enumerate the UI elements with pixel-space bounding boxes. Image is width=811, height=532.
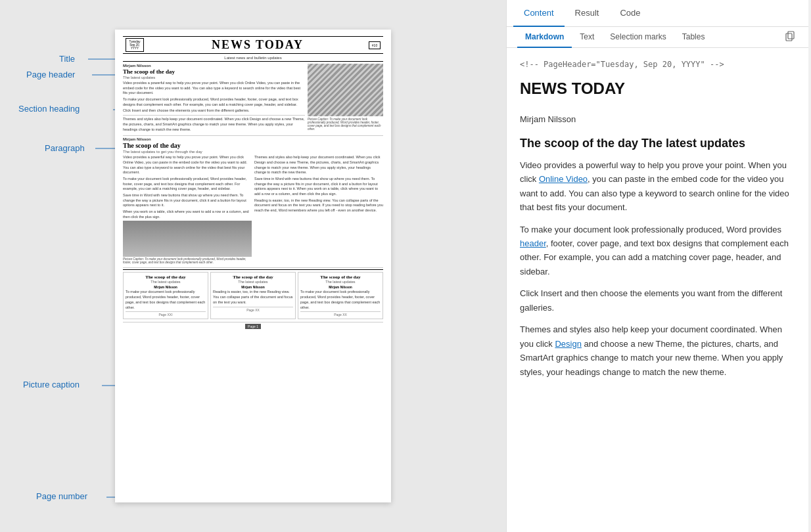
- svg-text:Title: Title: [59, 54, 75, 64]
- svg-text:Page number: Page number: [36, 491, 88, 501]
- doc-s2-col1: Video provides a powerful way to help yo…: [123, 155, 252, 265]
- right-panel: Content Result Code Markdown Text Select…: [506, 0, 808, 532]
- doc-bottom-col-3: The scoop of the day The latest updates …: [298, 272, 383, 319]
- doc-author: Mirjam Nilsson: [123, 64, 305, 68]
- tab-result[interactable]: Result: [565, 0, 610, 27]
- doc-paragraph-1: Video provides a powerful way to help yo…: [123, 81, 305, 96]
- date-box: Tuesday Sep 20, YYYY: [126, 38, 144, 52]
- doc-picture-caption-2: Picture Caption: To make your document l…: [123, 257, 252, 264]
- sub-tab-text[interactable]: Text: [572, 27, 602, 48]
- comment-1: <!-- PageHeader="Tuesday, Sep 20, YYYY" …: [520, 58, 795, 71]
- doc-bottom-col-1: The scoop of the day The latest updates …: [123, 272, 208, 319]
- main-tabs-bar: Content Result Code: [507, 0, 808, 27]
- doc-section-subheading: The latest updates: [123, 76, 305, 79]
- tab-code[interactable]: Code: [609, 0, 651, 27]
- tab-content[interactable]: Content: [513, 0, 565, 27]
- doc-page-indicator: Page 1: [123, 322, 383, 328]
- svg-text:Picture caption: Picture caption: [23, 380, 80, 389]
- newspaper-subheader: Latest news and bulletin updates: [123, 55, 383, 62]
- doc-right-col: Picture Caption: To make your document l…: [308, 64, 383, 133]
- doc-paragraph-3: Click Insert and then choose the element…: [123, 108, 305, 114]
- doc-picture-caption-1: Picture Caption: To make your document l…: [308, 118, 383, 131]
- content-area[interactable]: <!-- PageHeader="Tuesday, Sep 20, YYYY" …: [507, 48, 808, 532]
- doc-left-col: Mirjam Nilsson The scoop of the day The …: [123, 64, 305, 133]
- doc-cars-image: [123, 221, 252, 257]
- svg-text:Page header: Page header: [26, 70, 76, 79]
- doc-section2-heading: The scoop of the day: [123, 142, 383, 149]
- svg-text:Paragraph: Paragraph: [45, 143, 85, 153]
- page-number-2: Page XX: [213, 307, 293, 312]
- sub-tab-selection-marks[interactable]: Selection marks: [602, 27, 674, 48]
- content-h1: NEWS TODAY: [520, 76, 795, 101]
- doc-section2-cols: Video provides a powerful way to help yo…: [123, 155, 383, 265]
- doc-paragraph-4: Themes and styles also help keep your do…: [123, 117, 305, 132]
- svg-text:Section heading: Section heading: [18, 104, 80, 114]
- doc-bottom-section: The scoop of the day The latest updates …: [123, 269, 383, 319]
- doc-bottom-col-2: The scoop of the day The latest updates …: [210, 272, 296, 319]
- content-p4: Themes and styles also help keep your do…: [520, 322, 795, 379]
- svg-rect-21: [786, 33, 792, 41]
- content-p3: Click Insert and then choose the element…: [520, 286, 795, 315]
- doc-section2-subheading: The latest updates to get you through th…: [123, 150, 383, 154]
- content-p2: To make your document look professionall…: [520, 223, 795, 279]
- content-author: Mirjam Nilsson: [520, 112, 795, 126]
- link-online-video[interactable]: Online Video: [539, 174, 588, 184]
- newspaper-header: Tuesday Sep 20, YYYY NEWS TODAY #10: [123, 36, 383, 54]
- content-h2: The scoop of the day The latest updates: [520, 134, 795, 153]
- left-panel: Title Page header Section heading Paragr…: [0, 0, 506, 532]
- doc-s2-col2: Themes and styles also help keep your do…: [254, 155, 383, 265]
- link-design[interactable]: Design: [555, 339, 581, 349]
- doc-section-heading: The scoop of the day: [123, 68, 305, 75]
- page-number-1: Page XXI: [126, 311, 206, 317]
- doc-zebra-image: [308, 64, 383, 116]
- document-preview: Tuesday Sep 20, YYYY NEWS TODAY #10 Late…: [115, 30, 391, 502]
- newspaper-title: NEWS TODAY: [147, 38, 369, 52]
- svg-rect-20: [788, 32, 794, 39]
- sub-tab-markdown[interactable]: Markdown: [517, 27, 572, 48]
- sub-tabs-bar: Markdown Text Selection marks Tables: [507, 27, 808, 48]
- issue-box: #10: [369, 41, 381, 49]
- doc-paragraph-2: To make your document look professionall…: [123, 97, 305, 107]
- page-number-3: Page XX: [300, 311, 381, 317]
- sub-tab-tables[interactable]: Tables: [674, 27, 713, 48]
- doc-section2: Mirjam Nilsson The scoop of the day The …: [123, 137, 383, 265]
- content-p1: Video provides a powerful way to help yo…: [520, 158, 795, 215]
- link-header[interactable]: header: [520, 238, 546, 248]
- copy-button[interactable]: [782, 28, 798, 47]
